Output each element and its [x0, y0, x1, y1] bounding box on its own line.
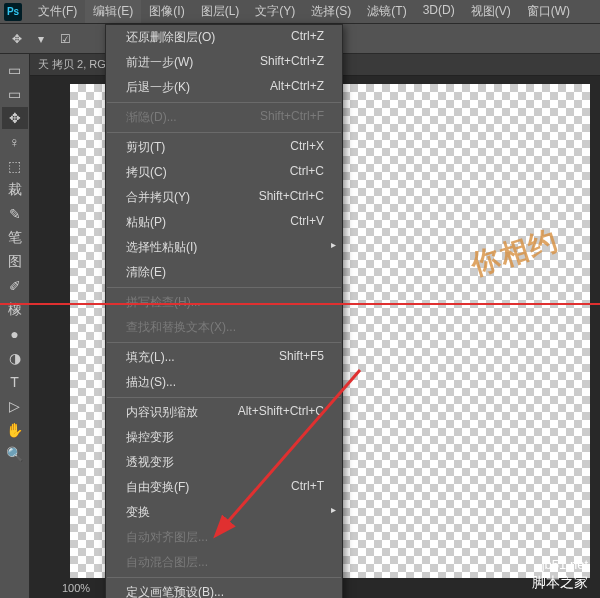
menu-item-label: 操控变形	[126, 429, 174, 446]
menu-2[interactable]: 图像(I)	[141, 0, 192, 23]
menu-item-2[interactable]: 后退一步(K)Alt+Ctrl+Z	[106, 75, 342, 100]
menu-item-label: 后退一步(K)	[126, 79, 190, 96]
menu-shortcut: Shift+Ctrl+F	[260, 109, 324, 126]
menu-item-13: 拼写检查(H)...	[106, 290, 342, 315]
menu-shortcut: Ctrl+V	[290, 214, 324, 231]
menu-item-8[interactable]: 合并拷贝(Y)Shift+Ctrl+C	[106, 185, 342, 210]
tool-8[interactable]: 图	[2, 251, 28, 273]
move-tool-icon: ✥	[8, 30, 26, 48]
menu-item-19[interactable]: 内容识别缩放Alt+Shift+Ctrl+C	[106, 400, 342, 425]
menu-item-label: 自动对齐图层...	[126, 529, 208, 546]
menu-item-4: 渐隐(D)...Shift+Ctrl+F	[106, 105, 342, 130]
menu-item-label: 清除(E)	[126, 264, 166, 281]
menu-1[interactable]: 编辑(E)	[85, 0, 141, 23]
menu-item-17[interactable]: 描边(S)...	[106, 370, 342, 395]
menu-3[interactable]: 图层(L)	[193, 0, 248, 23]
menu-item-label: 粘贴(P)	[126, 214, 166, 231]
edit-menu-dropdown: 还原删除图层(O)Ctrl+Z前进一步(W)Shift+Ctrl+Z后退一步(K…	[105, 24, 343, 598]
menu-separator	[107, 102, 341, 103]
tool-1[interactable]: ▭	[2, 83, 28, 105]
tool-15[interactable]: ✋	[2, 419, 28, 441]
menu-shortcut: Alt+Ctrl+Z	[270, 79, 324, 96]
menu-item-label: 内容识别缩放	[126, 404, 198, 421]
menu-shortcut: Ctrl+X	[290, 139, 324, 156]
checkbox-icon[interactable]: ☑	[56, 30, 74, 48]
tool-10[interactable]: 橡	[2, 299, 28, 321]
watermark-text: 脚本之家	[532, 574, 588, 592]
menu-item-label: 合并拷贝(Y)	[126, 189, 190, 206]
menu-item-21[interactable]: 透视变形	[106, 450, 342, 475]
menu-item-label: 选择性粘贴(I)	[126, 239, 197, 256]
tool-16[interactable]: 🔍	[2, 443, 28, 465]
menu-4[interactable]: 文字(Y)	[247, 0, 303, 23]
menu-item-27[interactable]: 定义画笔预设(B)...	[106, 580, 342, 598]
menu-shortcut: Shift+F5	[279, 349, 324, 366]
menu-separator	[107, 397, 341, 398]
menu-item-label: 透视变形	[126, 454, 174, 471]
menu-item-label: 定义画笔预设(B)...	[126, 584, 224, 598]
tool-4[interactable]: ⬚	[2, 155, 28, 177]
menu-item-11[interactable]: 清除(E)	[106, 260, 342, 285]
menu-item-22[interactable]: 自由变换(F)Ctrl+T	[106, 475, 342, 500]
menu-item-label: 自动混合图层...	[126, 554, 208, 571]
menu-item-7[interactable]: 拷贝(C)Ctrl+C	[106, 160, 342, 185]
tool-6[interactable]: ✎	[2, 203, 28, 225]
menu-item-label: 渐隐(D)...	[126, 109, 177, 126]
zoom-level[interactable]: 100%	[62, 582, 90, 594]
menu-bar: Ps 文件(F)编辑(E)图像(I)图层(L)文字(Y)选择(S)滤镜(T)3D…	[0, 0, 600, 24]
menu-item-0[interactable]: 还原删除图层(O)Ctrl+Z	[106, 25, 342, 50]
tool-11[interactable]: ●	[2, 323, 28, 345]
dropdown-icon[interactable]: ▾	[32, 30, 50, 48]
menu-separator	[107, 132, 341, 133]
menu-separator	[107, 577, 341, 578]
tool-3[interactable]: ♀	[2, 131, 28, 153]
menu-8[interactable]: 视图(V)	[463, 0, 519, 23]
menu-separator	[107, 287, 341, 288]
canvas-text-layer: 你相约	[466, 221, 563, 285]
menu-shortcut: Shift+Ctrl+C	[259, 189, 324, 206]
menu-item-6[interactable]: 剪切(T)Ctrl+X	[106, 135, 342, 160]
tool-0[interactable]: ▭	[2, 59, 28, 81]
menu-item-label: 前进一步(W)	[126, 54, 193, 71]
menu-9[interactable]: 窗口(W)	[519, 0, 578, 23]
menu-shortcut: Ctrl+C	[290, 164, 324, 181]
menu-item-label: 变换	[126, 504, 150, 521]
menu-separator	[107, 342, 341, 343]
menu-shortcut: Ctrl+Z	[291, 29, 324, 46]
tool-bar: ▭▭✥♀⬚裁✎笔图✐橡●◑T▷✋🔍	[0, 54, 30, 598]
menu-item-23[interactable]: 变换	[106, 500, 342, 525]
menu-6[interactable]: 滤镜(T)	[359, 0, 414, 23]
menu-item-label: 还原删除图层(O)	[126, 29, 215, 46]
tool-14[interactable]: ▷	[2, 395, 28, 417]
tool-2[interactable]: ✥	[2, 107, 28, 129]
tool-12[interactable]: ◑	[2, 347, 28, 369]
menu-0[interactable]: 文件(F)	[30, 0, 85, 23]
menu-item-label: 自由变换(F)	[126, 479, 189, 496]
menu-shortcut: Shift+Ctrl+Z	[260, 54, 324, 71]
watermark-url: jb51.net	[542, 557, 588, 572]
tool-13[interactable]: T	[2, 371, 28, 393]
tool-7[interactable]: 笔	[2, 227, 28, 249]
menu-item-16[interactable]: 填充(L)...Shift+F5	[106, 345, 342, 370]
menu-shortcut: Alt+Shift+Ctrl+C	[238, 404, 324, 421]
menu-item-9[interactable]: 粘贴(P)Ctrl+V	[106, 210, 342, 235]
menu-item-label: 查找和替换文本(X)...	[126, 319, 236, 336]
menu-item-label: 剪切(T)	[126, 139, 165, 156]
app-logo: Ps	[4, 3, 22, 21]
menu-item-label: 拷贝(C)	[126, 164, 167, 181]
menu-5[interactable]: 选择(S)	[303, 0, 359, 23]
menu-item-10[interactable]: 选择性粘贴(I)	[106, 235, 342, 260]
menu-item-label: 填充(L)...	[126, 349, 175, 366]
menu-item-label: 拼写检查(H)...	[126, 294, 201, 311]
menu-shortcut: Ctrl+T	[291, 479, 324, 496]
menu-item-label: 描边(S)...	[126, 374, 176, 391]
menu-item-14: 查找和替换文本(X)...	[106, 315, 342, 340]
menu-item-24: 自动对齐图层...	[106, 525, 342, 550]
menu-item-20[interactable]: 操控变形	[106, 425, 342, 450]
menu-item-25: 自动混合图层...	[106, 550, 342, 575]
tool-9[interactable]: ✐	[2, 275, 28, 297]
menu-item-1[interactable]: 前进一步(W)Shift+Ctrl+Z	[106, 50, 342, 75]
tool-5[interactable]: 裁	[2, 179, 28, 201]
menu-7[interactable]: 3D(D)	[415, 0, 463, 23]
